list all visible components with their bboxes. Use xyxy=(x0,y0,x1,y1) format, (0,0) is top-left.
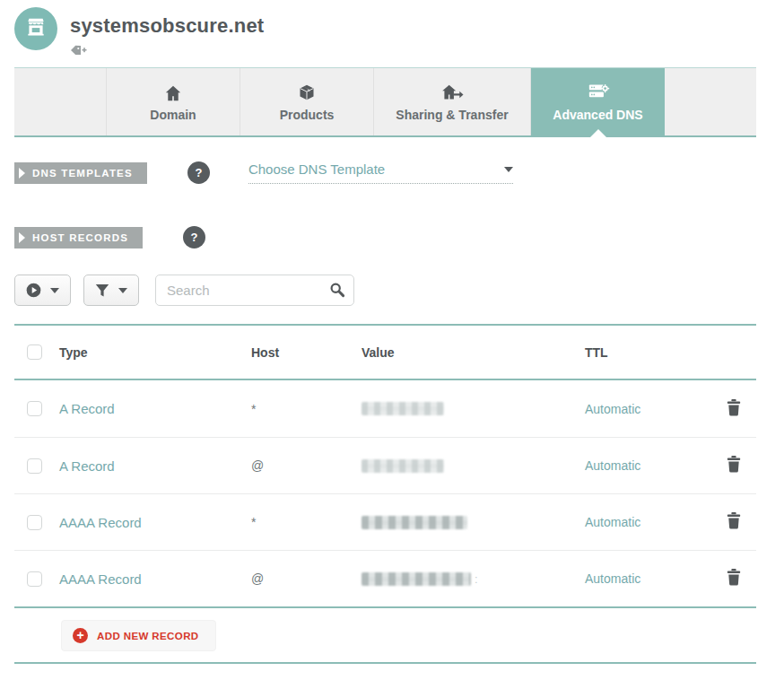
record-ttl[interactable]: Automatic xyxy=(585,458,725,473)
record-type[interactable]: A Record xyxy=(59,458,251,474)
tab-bar: Domain Products xyxy=(14,67,756,137)
records-toolbar xyxy=(14,275,756,306)
redacted-value-suffix: : xyxy=(475,572,478,586)
chevron-down-icon xyxy=(50,288,59,293)
add-tag-icon[interactable] xyxy=(70,44,87,60)
record-value-redacted[interactable]: : xyxy=(362,572,585,586)
delete-record-button[interactable] xyxy=(725,454,756,477)
page-title: systemsobscure.net xyxy=(70,14,264,38)
trash-icon xyxy=(727,399,741,419)
record-value-redacted[interactable] xyxy=(362,516,585,529)
record-type[interactable]: A Record xyxy=(59,401,251,416)
trash-icon xyxy=(727,569,741,588)
tab-label: Advanced DNS xyxy=(553,108,642,122)
box-icon xyxy=(298,82,316,101)
filter-funnel-icon xyxy=(95,283,109,298)
server-gear-icon xyxy=(587,82,610,101)
trash-icon xyxy=(727,512,741,532)
dns-templates-badge: DNS TEMPLATES xyxy=(14,162,147,184)
row-checkbox[interactable] xyxy=(27,571,42,587)
column-header-ttl: TTL xyxy=(585,345,725,360)
filter-dropdown-button[interactable] xyxy=(83,275,139,306)
record-host[interactable]: * xyxy=(251,515,362,529)
search-box xyxy=(155,275,354,306)
table-header-row: Type Host Value TTL xyxy=(14,326,756,380)
redacted-value-block xyxy=(362,516,467,529)
record-ttl[interactable]: Automatic xyxy=(585,571,725,586)
delete-record-button[interactable] xyxy=(725,510,756,534)
chevron-down-icon xyxy=(504,167,513,172)
record-ttl[interactable]: Automatic xyxy=(585,515,725,529)
chevron-down-icon xyxy=(118,288,127,293)
page-header: systemsobscure.net xyxy=(14,0,756,60)
tab-advanced-dns[interactable]: Advanced DNS xyxy=(530,68,665,135)
home-arrow-icon xyxy=(440,82,464,101)
column-header-value: Value xyxy=(362,345,585,360)
dns-template-dropdown-label: Choose DNS Template xyxy=(248,161,385,177)
add-record-row: + ADD NEW RECORD xyxy=(14,606,756,664)
search-input[interactable] xyxy=(155,275,354,306)
record-host[interactable]: * xyxy=(251,402,362,416)
column-header-host: Host xyxy=(251,345,362,360)
tab-sharing-transfer[interactable]: Sharing & Transfer xyxy=(373,68,530,135)
add-new-record-label: ADD NEW RECORD xyxy=(97,631,199,641)
tab-filler-left xyxy=(14,68,106,135)
storefront-icon xyxy=(24,15,48,42)
delete-record-button[interactable] xyxy=(725,397,756,421)
tab-domain[interactable]: Domain xyxy=(106,68,240,135)
trash-icon xyxy=(727,456,741,475)
host-records-badge: HOST RECORDS xyxy=(14,227,143,248)
redacted-value-block xyxy=(362,402,444,415)
record-type[interactable]: AAAA Record xyxy=(59,515,251,530)
host-records-section: HOST RECORDS ? xyxy=(14,226,756,248)
table-row: AAAA Record * Automatic xyxy=(14,493,756,550)
add-new-record-button[interactable]: + ADD NEW RECORD xyxy=(61,620,216,651)
record-host[interactable]: @ xyxy=(251,458,362,473)
record-value-redacted[interactable] xyxy=(362,459,585,473)
redacted-value-block xyxy=(362,572,471,586)
tab-label: Products xyxy=(280,108,335,122)
dns-templates-section: DNS TEMPLATES ? Choose DNS Template xyxy=(14,161,756,184)
table-row: A Record * Automatic xyxy=(14,380,756,437)
table-row: A Record @ Automatic xyxy=(14,437,756,493)
tab-label: Domain xyxy=(150,108,196,122)
domain-management-page: systemsobscure.net xyxy=(0,0,784,680)
home-icon xyxy=(164,82,182,101)
dns-template-dropdown[interactable]: Choose DNS Template xyxy=(248,161,513,184)
plus-icon: + xyxy=(73,628,88,643)
redacted-value-block xyxy=(362,459,444,473)
search-icon[interactable] xyxy=(329,282,345,301)
tab-filler-right xyxy=(665,68,756,135)
record-type[interactable]: AAAA Record xyxy=(59,571,251,587)
row-checkbox[interactable] xyxy=(27,458,42,474)
tab-products[interactable]: Products xyxy=(240,68,373,135)
tab-label: Sharing & Transfer xyxy=(396,108,508,122)
select-all-checkbox[interactable] xyxy=(27,344,42,360)
bulk-actions-dropdown-button[interactable] xyxy=(14,275,71,306)
column-header-type: Type xyxy=(59,345,251,360)
host-records-table: Type Host Value TTL A Record * Automatic xyxy=(14,324,756,664)
host-records-help-icon[interactable]: ? xyxy=(183,226,205,248)
delete-record-button[interactable] xyxy=(725,567,756,590)
record-host[interactable]: @ xyxy=(251,571,362,586)
dns-templates-help-icon[interactable]: ? xyxy=(187,161,210,184)
record-value-redacted[interactable] xyxy=(362,402,585,415)
play-circle-icon xyxy=(26,283,41,298)
row-checkbox[interactable] xyxy=(27,401,42,416)
record-ttl[interactable]: Automatic xyxy=(585,402,725,416)
row-checkbox[interactable] xyxy=(27,515,42,530)
table-row: AAAA Record @ : Automatic xyxy=(14,550,756,606)
domain-avatar xyxy=(14,7,57,50)
